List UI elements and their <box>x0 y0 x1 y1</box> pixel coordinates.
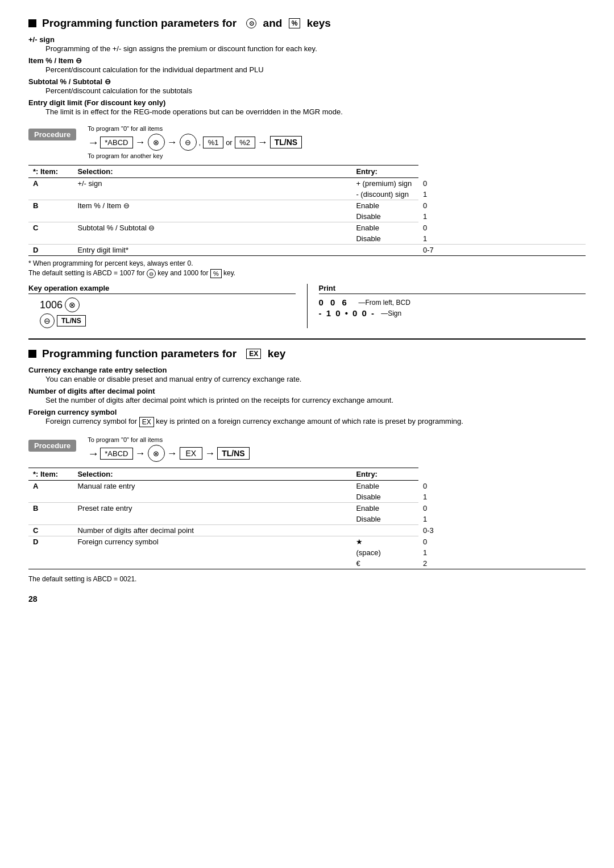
subsection-currency-desc: You can enable or disable preset and man… <box>28 375 586 383</box>
table-row: A Manual rate entry Enable 0 <box>28 481 586 492</box>
footnote-percent-key: % <box>210 269 222 278</box>
subsection-subtotal-desc: Percent/discount calculation for the sub… <box>28 86 586 95</box>
table1-col-entry: Entry: <box>351 166 418 178</box>
procedure-box-1: Procedure <box>28 129 76 140</box>
diagram-arrow-line-1: → *ABCD → ⊗ → ⊖ , %1 or %2 → TL/NS <box>88 134 302 151</box>
key-percent2: %2 <box>235 137 255 148</box>
key-x-circle-2: ⊗ <box>148 445 165 462</box>
table2-col-entry: Entry: <box>351 468 418 481</box>
subsection-foreign-desc: Foreign currency symbol for EX key is pr… <box>28 417 586 427</box>
comma-1: , <box>199 138 201 147</box>
table-row: B Item % / Item ⊖ Enable 0 <box>28 200 586 212</box>
arrow-4: → <box>135 448 146 460</box>
section1-percent-key: % <box>289 18 301 28</box>
subsection-item-percent: Item % / Item ⊖ Percent/discount calcula… <box>28 56 586 74</box>
subsection-foreign-symbol: Foreign currency symbol Foreign currency… <box>28 408 586 427</box>
keyop-header-1: Key operation example <box>28 284 296 294</box>
print-line1: 0 0 6 —From left, BCD <box>319 297 586 307</box>
subsection-num-digits-desc: Set the number of digits after decimal p… <box>28 396 586 404</box>
subsection-subtotal: Subtotal % / Subtotal ⊖ Percent/discount… <box>28 77 586 95</box>
keyop-x-circle: ⊗ <box>65 297 80 312</box>
procedure-box-2: Procedure <box>28 440 76 452</box>
bracket-arrow-2: → <box>88 447 99 460</box>
key-tlns-2: TL/NS <box>217 447 249 460</box>
arrow-3: → <box>258 137 268 148</box>
subsection-num-digits: Number of digits after decimal point Set… <box>28 387 586 404</box>
foreign-ex-key: EX <box>139 417 154 427</box>
subsection-currency-label: Currency exchange rate entry selection <box>28 366 167 374</box>
key-x-circle-1: ⊗ <box>148 134 165 151</box>
bracket-arrow-1: → <box>88 136 99 149</box>
arrow-1: → <box>135 137 146 148</box>
key-abcd-2: *ABCD <box>100 448 132 460</box>
print-content-1: 0 0 6 —From left, BCD - 1 0 • 0 0 - —Sig… <box>319 297 586 318</box>
section2-title-text: Programming function parameters for <box>42 348 237 360</box>
diagram-wrapper-2: To program "0" for all items → *ABCD → ⊗… <box>88 436 249 462</box>
table1-col-selection: Selection: <box>73 166 351 178</box>
subsection-subtotal-label: Subtotal % / Subtotal ⊖ <box>28 77 111 86</box>
print-header-1: Print <box>319 284 586 294</box>
section2-ex-key: EX <box>246 349 261 359</box>
table-row: D Entry digit limit* 0-7 <box>28 245 586 256</box>
footnote1-2: The default setting is ABCD = 1007 for ⊖… <box>28 269 586 278</box>
table-row: Disable 1 <box>28 514 586 525</box>
diagram-wrapper-1: To program "0" for all items → *ABCD → ⊗… <box>88 125 302 159</box>
subsection-plus-minus-label: +/- sign <box>28 35 55 44</box>
section1-title-text: Programming function parameters for <box>42 17 237 30</box>
key-print-section-1: Key operation example 1006 ⊗ ⊖ TL/NS Pri… <box>28 284 586 328</box>
keyop-tlns: TL/NS <box>57 315 86 326</box>
print-val-1: 0 0 6 <box>319 297 353 307</box>
table-row: - (discount) sign 1 <box>28 189 586 200</box>
subsection-entry-digit: Entry digit limit (For discount key only… <box>28 98 586 116</box>
arrow-2: → <box>167 137 177 148</box>
subsection-item-percent-desc: Percent/discount calculation for the ind… <box>28 65 586 74</box>
key-ex-2: EX <box>180 447 203 460</box>
arrow-5: → <box>167 448 177 460</box>
keyop-minus-circle: ⊖ <box>40 313 55 328</box>
param-table-2: *: Item: Selection: Entry: A Manual rate… <box>28 468 586 569</box>
section-divider <box>28 338 586 340</box>
section1-circle-key: ⊙ <box>246 18 256 28</box>
table2-col-item: *: Item: <box>28 468 73 481</box>
footnote1-1: * When programming for percent keys, alw… <box>28 259 586 267</box>
print-val-2: - 1 0 • 0 0 - <box>319 308 376 318</box>
procedure-area-2: Procedure To program "0" for all items →… <box>28 434 586 462</box>
key-percent1: %1 <box>203 137 223 148</box>
table-row: D Foreign currency symbol ★ 0 <box>28 536 586 548</box>
table-row: (space) 1 <box>28 547 586 558</box>
section2-title: Programming function parameters for EX k… <box>28 348 586 360</box>
page-number: 28 <box>28 594 586 604</box>
keyop-1006: 1006 <box>40 299 63 311</box>
diagram-note-top-1: To program "0" for all items <box>88 125 163 132</box>
print-note-1: —From left, BCD <box>359 299 410 307</box>
print-col-1: Print 0 0 6 —From left, BCD - 1 0 • 0 0 … <box>308 284 586 328</box>
table-row: A +/- sign + (premium) sign 0 <box>28 178 586 189</box>
subsection-plus-minus: +/- sign Programming of the +/- sign ass… <box>28 35 586 53</box>
subsection-entry-digit-label: Entry digit limit (For discount key only… <box>28 98 165 107</box>
arrow-6: → <box>205 448 215 460</box>
key-minus-circle-1: ⊖ <box>180 134 197 151</box>
table-row: B Preset rate entry Enable 0 <box>28 503 586 514</box>
print-line2: - 1 0 • 0 0 - —Sign <box>319 308 586 318</box>
diagram-note-top-2: To program "0" for all items <box>88 436 163 443</box>
table-row: Disable 1 <box>28 233 586 245</box>
table-row: C Subtotal % / Subtotal ⊖ Enable 0 <box>28 222 586 234</box>
subsection-foreign-label: Foreign currency symbol <box>28 408 117 416</box>
footnote2-default: The default setting is ABCD = 0021. <box>28 575 586 583</box>
key-abcd-1: *ABCD <box>100 137 132 148</box>
print-note-2: —Sign <box>381 309 401 317</box>
table-row: C Number of digits after decimal point 0… <box>28 525 586 536</box>
diagram-note-bottom-1: To program for another key <box>88 152 163 159</box>
table1-col-item: *: Item: <box>28 166 73 178</box>
key-op-col-1: Key operation example 1006 ⊗ ⊖ TL/NS <box>28 284 308 328</box>
keyop-line2: ⊖ TL/NS <box>40 313 296 328</box>
key-tlns-1: TL/NS <box>270 136 302 148</box>
table2-col-selection: Selection: <box>73 468 351 481</box>
section1-black-square <box>28 19 36 27</box>
or-text-1: or <box>226 138 233 147</box>
subsection-plus-minus-desc: Programming of the +/- sign assigns the … <box>28 44 586 53</box>
diagram-arrow-line-2: → *ABCD → ⊗ → EX → TL/NS <box>88 445 249 462</box>
subsection-currency-exchange: Currency exchange rate entry selection Y… <box>28 366 586 383</box>
table-row: Disable 1 <box>28 211 586 222</box>
keyop-line1: 1006 ⊗ <box>40 297 296 312</box>
